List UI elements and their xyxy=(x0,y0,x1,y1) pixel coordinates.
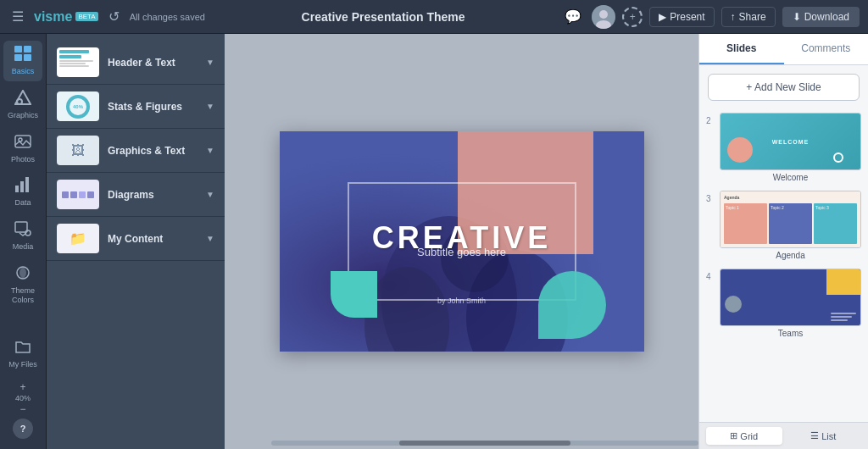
graphics-icon xyxy=(14,90,31,109)
main-layout: Basics Graphics Photos Data Media xyxy=(0,34,868,449)
tab-slides[interactable]: Slides xyxy=(699,34,784,64)
comments-icon-button[interactable]: 💬 xyxy=(561,5,585,28)
canvas-scrollbar[interactable] xyxy=(271,441,698,446)
slide-subtitle: Subtitle goes here xyxy=(417,246,506,258)
my-content-thumb: 📁 xyxy=(57,224,99,253)
help-button[interactable]: ? xyxy=(13,419,33,439)
slide-label-agenda: Agenda xyxy=(706,251,861,260)
graphics-text-chevron: ▼ xyxy=(206,146,214,155)
diagrams-thumb xyxy=(57,180,99,209)
saved-status: All changes saved xyxy=(130,12,205,22)
download-icon: ⬇ xyxy=(793,11,801,23)
graphics-text-thumb: 🖼 xyxy=(57,136,99,165)
section-stats-figures[interactable]: 40% Stats & Figures ▼ xyxy=(47,85,225,129)
logo-beta: BETA xyxy=(75,12,97,21)
header-text-thumb xyxy=(57,47,99,77)
header-text-title: Header & Text xyxy=(108,57,198,69)
right-panel-tabs: Slides Comments xyxy=(699,34,868,65)
zoom-plus-button[interactable]: + xyxy=(19,381,25,393)
photos-icon xyxy=(14,134,31,153)
zoom-minus-button[interactable]: − xyxy=(19,403,25,415)
tab-comments[interactable]: Comments xyxy=(784,34,869,64)
icon-sidebar: Basics Graphics Photos Data Media xyxy=(0,34,47,449)
my-files-icon xyxy=(14,339,31,358)
grid-view-button[interactable]: ⊞ Grid xyxy=(706,427,782,445)
slide-byline: by John Smith xyxy=(437,297,486,305)
view-toggle: ⊞ Grid ☰ List xyxy=(699,422,868,449)
slide-thumb-teams xyxy=(720,269,861,326)
sidebar-item-my-files[interactable]: My Files xyxy=(3,334,42,374)
svg-rect-6 xyxy=(24,54,31,61)
slide-teal-right xyxy=(538,271,606,339)
canvas-area: CREATIVE Subtitle goes here by John Smit… xyxy=(225,34,698,449)
sidebar-item-theme-colors[interactable]: Theme Colors xyxy=(3,260,42,310)
sidebar-item-photos[interactable]: Photos xyxy=(3,129,42,169)
tab-comments-label: Comments xyxy=(801,42,850,54)
section-header-text[interactable]: Header & Text ▼ xyxy=(47,41,225,85)
sidebar-item-basics[interactable]: Basics xyxy=(3,41,42,81)
slides-list: 2 WELCOME Welcome 3 xyxy=(699,109,868,422)
svg-rect-3 xyxy=(14,46,22,53)
data-icon xyxy=(14,177,31,197)
present-button[interactable]: ▶ Present xyxy=(649,7,714,27)
right-panel: Slides Comments + Add New Slide 2 WELCOM… xyxy=(698,34,868,449)
slide-number-4: 4 xyxy=(706,269,715,281)
download-label: Download xyxy=(804,11,849,23)
basics-label: Basics xyxy=(12,67,35,76)
presentation-title: Creative Presentation Theme xyxy=(212,10,554,24)
welcome-thumb-text: WELCOME xyxy=(772,139,810,145)
add-new-slide-button[interactable]: + Add New Slide xyxy=(708,74,860,101)
topbar: ☰ visme BETA ↺ All changes saved Creativ… xyxy=(0,0,868,34)
section-my-content[interactable]: 📁 My Content ▼ xyxy=(47,217,225,261)
logo: visme BETA xyxy=(34,9,98,25)
sidebar-item-graphics[interactable]: Graphics xyxy=(3,85,42,125)
svg-rect-4 xyxy=(24,46,31,53)
zoom-display: + 40% − xyxy=(15,381,31,415)
slide-thumb-welcome: WELCOME xyxy=(720,113,861,170)
tab-slides-label: Slides xyxy=(726,42,756,54)
diagrams-title: Diagrams xyxy=(108,189,198,201)
slide-canvas[interactable]: CREATIVE Subtitle goes here by John Smit… xyxy=(280,131,644,352)
section-graphics-text[interactable]: 🖼 Graphics & Text ▼ xyxy=(47,129,225,173)
slide-teal-left xyxy=(331,271,377,318)
slide-label-teams: Teams xyxy=(706,329,861,338)
sidebar-item-data[interactable]: Data xyxy=(3,172,42,213)
basics-icon xyxy=(14,46,31,65)
stats-figures-thumb: 40% xyxy=(57,91,99,121)
grid-label: Grid xyxy=(740,431,758,441)
slide-item-agenda[interactable]: 3 Agenda Topic 1 Topic 2 Topic 3 Agenda xyxy=(706,191,861,260)
zoom-level: 40% xyxy=(15,394,31,402)
add-person-button[interactable]: + xyxy=(622,7,643,27)
present-label: Present xyxy=(670,11,704,23)
content-sidebar: Header & Text ▼ 40% Stats & Figures ▼ xyxy=(47,34,225,449)
image-placeholder-icon: 🖼 xyxy=(71,143,85,158)
slide-item-welcome[interactable]: 2 WELCOME Welcome xyxy=(706,113,861,182)
grid-icon: ⊞ xyxy=(730,430,737,441)
photos-label: Photos xyxy=(11,155,35,164)
slide-number-2: 2 xyxy=(706,113,715,125)
undo-button[interactable]: ↺ xyxy=(105,5,123,28)
diagrams-chevron: ▼ xyxy=(206,190,214,199)
add-slide-label: + Add New Slide xyxy=(746,81,821,93)
download-button[interactable]: ⬇ Download xyxy=(782,7,860,27)
list-view-button[interactable]: ☰ List xyxy=(786,427,862,445)
menu-button[interactable]: ☰ xyxy=(8,5,27,28)
canvas-scrollbar-thumb xyxy=(399,441,570,446)
share-arrow-icon: ↑ xyxy=(731,11,736,23)
graphics-text-title: Graphics & Text xyxy=(108,145,198,157)
slide-number-3: 3 xyxy=(706,191,715,203)
list-label: List xyxy=(821,431,836,441)
share-button[interactable]: ↑ Share xyxy=(721,7,776,27)
section-diagrams[interactable]: Diagrams ▼ xyxy=(47,173,225,217)
graphics-label: Graphics xyxy=(8,111,38,120)
stats-figures-title: Stats & Figures xyxy=(108,101,198,113)
slide-item-teams[interactable]: 4 Teams xyxy=(706,269,861,338)
svg-point-1 xyxy=(599,10,608,19)
play-icon: ▶ xyxy=(659,11,666,23)
topbar-left: ☰ visme BETA ↺ All changes saved xyxy=(8,5,205,28)
topbar-right: 💬 + ▶ Present ↑ Share ⬇ Download xyxy=(561,5,860,29)
folder-icon: 📁 xyxy=(70,230,86,247)
svg-rect-13 xyxy=(25,177,29,192)
logo-name: visme xyxy=(34,9,72,25)
sidebar-item-media[interactable]: Media xyxy=(3,216,42,257)
